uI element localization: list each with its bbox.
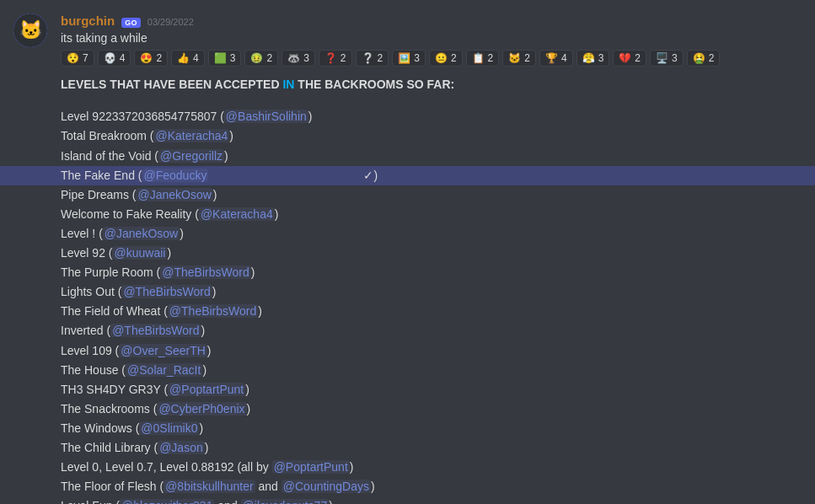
mention-bashir[interactable]: @BashirSolihin — [224, 110, 308, 123]
reaction-picture[interactable]: 🖼️3 — [392, 50, 426, 67]
level-item: The Floor of Flesh (@8bitskullhunter and… — [61, 477, 802, 496]
level-item: Level 92 (@kuuwaii) — [61, 244, 802, 263]
levels-header: LEVELS THAT HAVE BEEN ACCEPTED IN THE BA… — [61, 75, 802, 94]
reaction-question1[interactable]: ❓2 — [319, 50, 352, 67]
reaction-steam[interactable]: 😤3 — [576, 50, 610, 67]
mention-ilovedonuts77[interactable]: @ilovedonuts77 — [241, 499, 330, 504]
level-item: Level 109 (@Over_SeerTH) — [61, 341, 802, 361]
level-item: Level Fun (@blazewither231 and @ilovedon… — [61, 496, 802, 504]
mention-thebirbsword-3[interactable]: @TheBirbsWord — [168, 304, 258, 318]
timestamp: 03/29/2022 — [147, 17, 194, 27]
level-item: Island of the Void (@Gregorillz) — [61, 147, 802, 166]
level-item: Lights Out (@TheBirbsWord) — [61, 282, 802, 302]
mention-blazewither231[interactable]: @blazewither231 — [120, 499, 214, 504]
level-item: Inverted (@TheBirbsWord) — [61, 321, 802, 340]
mention-kateracha4-1[interactable]: @Kateracha4 — [153, 129, 229, 142]
content-block: LEVELS THAT HAVE BEEN ACCEPTED IN THE BA… — [61, 75, 802, 504]
mention-jason[interactable]: @Jason — [158, 441, 205, 454]
level-item: The House (@Solar_RacIt) — [61, 361, 802, 380]
mention-thebirbsword-2[interactable]: @TheBirbsWord — [121, 285, 212, 298]
mention-cyberphoenix[interactable]: @CyberPh0enix — [157, 402, 246, 416]
reactions-row: 😯7 💀4 😍2 👍4 🟩3 🤢2 🦝3 ❓2 ❔2 🖼️3 😐2 📋2 🐱2 … — [61, 50, 802, 67]
level-item-purple-room: The Purple Room (@TheBirbsWord) — [61, 263, 802, 282]
message-container: 🐱 burgchin GO 03/29/2022 its taking a wh… — [0, 0, 815, 504]
mention-poptartpunt-1[interactable]: @PoptartPunt — [168, 383, 245, 396]
level-item: The Windows (@0Slimik0) — [61, 419, 802, 438]
level-item: The Field of Wheat (@TheBirbsWord) — [61, 302, 802, 321]
mention-feoducky[interactable]: @Feoducky — [142, 169, 209, 182]
reaction-thumbsup[interactable]: 👍4 — [171, 50, 205, 67]
mention-kateracha4-2[interactable]: @Kateracha4 — [199, 207, 275, 221]
reaction-vomit[interactable]: 🤮2 — [687, 50, 721, 67]
reaction-neutral[interactable]: 😐2 — [429, 50, 463, 67]
level-item: Level ! (@JanekOsow) — [61, 224, 802, 244]
level-item: TH3 SH4DY GR3Y (@PoptartPunt) — [61, 380, 802, 399]
reaction-green[interactable]: 🟩3 — [208, 50, 242, 67]
mention-janekosow-2[interactable]: @JanekOsow — [103, 227, 180, 240]
level-item: Total Breakroom (@Kateracha4) — [61, 126, 802, 146]
mention-kuuwaii[interactable]: @kuuwaii — [112, 246, 167, 260]
mention-thebirbsword-4[interactable]: @TheBirbsWord — [110, 324, 201, 337]
reaction-raccoon[interactable]: 🦝3 — [281, 50, 315, 67]
message-header: burgchin GO 03/29/2022 — [61, 13, 802, 28]
mention-janekosow-1[interactable]: @JanekOsow — [136, 188, 212, 201]
username: burgchin — [61, 13, 115, 28]
reaction-clipboard[interactable]: 📋2 — [466, 50, 500, 67]
level-item: The Snackrooms (@CyberPh0enix) — [61, 399, 802, 419]
mention-0slimik0[interactable]: @0Slimik0 — [139, 421, 199, 435]
level-item-selected: The Fake End (@Feoducky✓) — [61, 166, 802, 185]
mention-countingdays[interactable]: @CountingDays — [281, 480, 371, 493]
reaction-heart-eyes[interactable]: 😍2 — [134, 50, 168, 67]
reaction-cat[interactable]: 🐱2 — [502, 50, 536, 67]
avatar: 🐱 — [13, 13, 47, 47]
reaction-question2[interactable]: ❔2 — [356, 50, 389, 67]
reaction-computer[interactable]: 🖥️3 — [650, 50, 684, 67]
bot-tag: GO — [121, 18, 141, 28]
level-item: Pipe Dreams (@JanekOsow) — [61, 185, 802, 205]
level-item: Level 9223372036854775807 (@BashirSolihi… — [61, 107, 802, 126]
mention-poptartpunt-2[interactable]: @PoptartPunt — [272, 460, 350, 474]
reaction-trophy[interactable]: 🏆4 — [539, 50, 573, 67]
mention-8bitskullhunter[interactable]: @8bitskullhunter — [164, 480, 255, 493]
reaction-shocked[interactable]: 😯7 — [61, 50, 94, 67]
level-item: Welcome to Fake Reality (@Kateracha4) — [61, 205, 802, 224]
reaction-skull[interactable]: 💀4 — [98, 50, 131, 67]
level-item: Level 0, Level 0.7, Level 0.88192 (all b… — [61, 458, 802, 477]
mention-solarracit[interactable]: @Solar_RacIt — [126, 363, 202, 377]
mention-overseerth[interactable]: @Over_SeerTH — [119, 344, 207, 357]
mention-gregorillz[interactable]: @Gregorillz — [158, 149, 224, 163]
mention-thebirbsword-1[interactable]: @TheBirbsWord — [160, 265, 250, 279]
reaction-broken-heart[interactable]: 💔2 — [613, 50, 646, 67]
reaction-nausea[interactable]: 🤢2 — [244, 50, 278, 67]
level-item: The Child Library (@Jason) — [61, 438, 802, 458]
subtext: its taking a while — [61, 31, 802, 45]
